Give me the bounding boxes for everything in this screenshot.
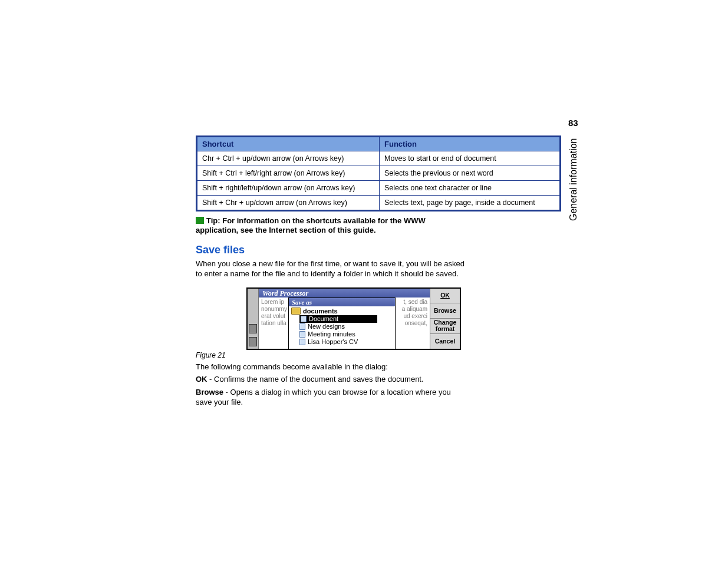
- tip-paragraph: Tip: For information on the shortcuts av…: [196, 216, 467, 236]
- dialog-title: Save as: [289, 298, 395, 306]
- background-text: Lorem ipnonummyerat voluttation ulla: [261, 299, 287, 327]
- softkey-cancel[interactable]: Cancel: [430, 334, 460, 349]
- list-item[interactable]: New designs: [299, 323, 393, 330]
- toolbar-icon: [249, 324, 257, 333]
- document-icon: [299, 323, 305, 330]
- softkey-ok[interactable]: OK: [430, 289, 460, 304]
- device-left-bar: [248, 289, 259, 349]
- save-as-dialog: Save as documents Document New designs M…: [288, 297, 396, 349]
- folder-icon: [291, 308, 301, 315]
- table-row: Chr + Ctrl + up/down arrow (on Arrows ke…: [197, 151, 561, 166]
- list-item[interactable]: Meeting minutes: [299, 330, 393, 338]
- device-softkeys: OK Browse Change format Cancel: [430, 289, 460, 349]
- toolbar-icon: [249, 337, 257, 346]
- figure-device: Word Processor Lorem ipnonummyerat volut…: [246, 287, 461, 350]
- softkey-browse[interactable]: Browse: [430, 303, 460, 319]
- cmd-ok: OK - Confirms the name of the document a…: [196, 374, 467, 385]
- cmd-browse: Browse - Opens a dialog in which you can…: [196, 387, 467, 408]
- folder-row[interactable]: documents: [291, 308, 393, 315]
- document-icon: [299, 331, 305, 338]
- after-figure-text: The following commands become available …: [196, 362, 467, 372]
- list-item-selected[interactable]: Document: [299, 315, 377, 323]
- list-item[interactable]: Lisa Hopper's CV: [299, 338, 393, 346]
- shortcuts-table: Shortcut Function Chr + Ctrl + up/down a…: [196, 135, 561, 211]
- background-text: t, sed diaa aliquamud exercionseqat,: [402, 299, 427, 327]
- app-title: Word Processor: [259, 289, 430, 297]
- table-row: Shift + right/left/up/down arrow (on Arr…: [197, 181, 561, 196]
- table-row: Shift + Chr + up/down arrow (on Arrows k…: [197, 196, 561, 211]
- col-shortcut: Shortcut: [197, 137, 380, 151]
- softkey-change-format[interactable]: Change format: [430, 319, 460, 334]
- col-function: Function: [380, 137, 561, 151]
- save-intro: When you close a new file for the first …: [196, 259, 467, 279]
- section-side-label: General information: [568, 133, 580, 227]
- figure-caption: Figure 21: [196, 351, 561, 359]
- tip-marker-icon: [196, 217, 204, 224]
- heading-save-files: Save files: [196, 244, 561, 256]
- page-number: 83: [568, 118, 578, 128]
- document-icon: [301, 316, 307, 322]
- document-icon: [299, 339, 305, 345]
- table-row: Shift + Ctrl + left/right arrow (on Arro…: [197, 166, 561, 181]
